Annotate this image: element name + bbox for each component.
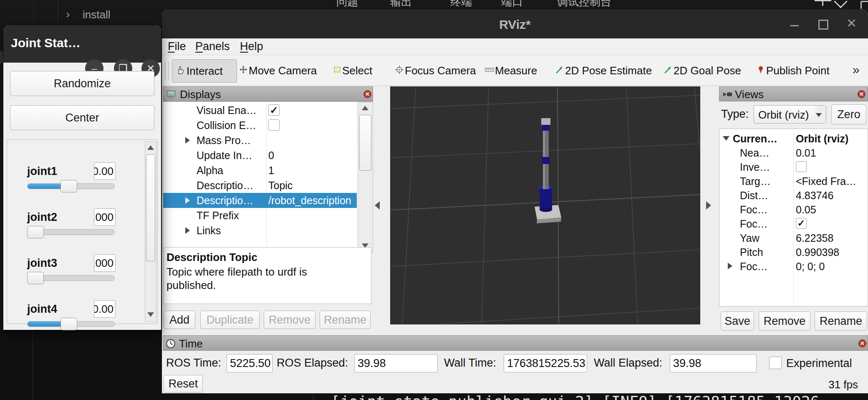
property-checkbox[interactable]	[268, 119, 280, 131]
explorer-item-install[interactable]: install	[83, 8, 110, 21]
center-button[interactable]: Center	[10, 105, 154, 130]
toolbar-overflow-button[interactable]: »	[853, 63, 860, 77]
joint-value-joint4[interactable]: 0.00	[94, 300, 116, 318]
tool-focus-camera-button[interactable]: Focus Camera	[405, 64, 476, 77]
menu-help[interactable]: Help	[240, 40, 263, 53]
property-value[interactable]: 6.22358	[796, 232, 867, 244]
ros-time-input[interactable]: 5225.50	[227, 354, 273, 372]
tool-select-button[interactable]: Select	[342, 64, 372, 77]
view-type-dropdown[interactable]: Orbit (rviz)	[754, 105, 826, 124]
joint-value-joint1[interactable]: 0.00	[94, 162, 116, 180]
joint-value-joint3[interactable]: 0.000	[94, 254, 116, 272]
tool-move-camera-button[interactable]: Move Camera	[249, 64, 317, 77]
menu-panels[interactable]: Panels	[195, 40, 230, 53]
ros-elapsed-input[interactable]: 39.98	[354, 354, 438, 372]
wall-elapsed-input[interactable]: 39.98	[670, 354, 757, 372]
expander-closed-icon[interactable]	[185, 197, 190, 204]
property-checkbox[interactable]	[796, 161, 807, 172]
slider-handle-joint2[interactable]	[27, 226, 44, 238]
reset-button[interactable]: Reset	[164, 375, 203, 392]
property-value[interactable]: 0; 0; 0	[796, 261, 867, 273]
expander-closed-icon[interactable]	[185, 137, 190, 144]
menu-file[interactable]: File	[168, 40, 186, 53]
rviz-titlebar[interactable]: RViz* ✕	[162, 9, 868, 38]
jsw-scrollbar[interactable]	[145, 142, 156, 322]
3d-viewport[interactable]	[390, 86, 700, 324]
tree-row[interactable]: Foc…✓	[719, 217, 868, 231]
scroll-down-icon[interactable]	[147, 312, 154, 317]
displays-scrollbar[interactable]	[358, 102, 373, 252]
time-panel-header[interactable]: Time ✕	[163, 335, 868, 351]
add-button[interactable]: Add	[164, 311, 195, 329]
property-value[interactable]: 0	[268, 149, 356, 162]
vscode-tab-1[interactable]: 问题	[336, 0, 358, 6]
panel-close-icon[interactable]: ✕	[363, 90, 371, 98]
close-button[interactable]: ✕	[846, 16, 857, 30]
save-view-button[interactable]: Save	[721, 311, 754, 331]
tree-row[interactable]: Collision E…	[163, 118, 357, 133]
property-value[interactable]: 1	[268, 165, 356, 177]
tree-expand-chevron[interactable]: ›	[66, 8, 70, 21]
tree-row[interactable]: TF Prefix	[163, 208, 357, 223]
vscode-tab-3[interactable]: 终端	[450, 0, 472, 6]
joint-value-joint2[interactable]: 0.000	[94, 208, 116, 226]
property-value[interactable]: /robot_description	[268, 195, 356, 207]
vscode-tab-5[interactable]: 调试控制台	[557, 0, 611, 6]
displays-panel-header[interactable]: Displays ✕	[163, 86, 373, 101]
tool-publish-point-button[interactable]: Publish Point	[766, 64, 830, 77]
tree-row[interactable]: Curren…Orbit (rviz)	[719, 132, 868, 146]
expander-closed-icon[interactable]	[185, 227, 190, 234]
panel-close-icon[interactable]: ✕	[858, 339, 866, 347]
slider-handle-joint3[interactable]	[27, 272, 44, 284]
property-checkbox[interactable]: ✓	[796, 218, 807, 229]
expander-closed-icon[interactable]	[728, 263, 732, 269]
tree-row[interactable]: Inve…	[719, 160, 868, 174]
tree-row[interactable]: Yaw6.22358	[719, 231, 868, 245]
rename-view-button[interactable]: Rename	[815, 311, 867, 331]
tree-row[interactable]: Foc…0.05	[719, 203, 868, 217]
remove-view-button[interactable]: Remove	[759, 311, 810, 331]
tool-2d-pose-estimate-button[interactable]: 2D Pose Estimate	[565, 64, 652, 77]
expander-open-icon[interactable]	[723, 136, 729, 141]
vscode-tab-4[interactable]: 端口	[501, 0, 523, 6]
property-value[interactable]: <Fixed Fra…	[796, 175, 867, 187]
property-value[interactable]: 0.01	[796, 147, 867, 159]
wall-time-input[interactable]: 1763815225.53	[504, 354, 587, 372]
maximize-button[interactable]	[818, 20, 828, 30]
tree-row[interactable]: Pitch0.990398	[719, 245, 868, 259]
tree-row[interactable]: Descriptio…/robot_description	[163, 193, 357, 208]
new-terminal-plus-icon[interactable]	[822, 0, 823, 6]
jsw-titlebar[interactable]: Joint Stat…	[3, 25, 161, 63]
panel-close-icon[interactable]: ✕	[858, 90, 865, 98]
property-value[interactable]: 0.05	[796, 204, 867, 216]
tree-row[interactable]: Descriptio…Topic	[163, 178, 357, 193]
tool-2d-goal-pose-button[interactable]: 2D Goal Pose	[674, 64, 741, 77]
minimize-button[interactable]	[790, 25, 799, 26]
tree-row[interactable]: Nea…0.01	[719, 146, 868, 160]
experimental-checkbox[interactable]	[769, 357, 782, 369]
scrollbar-thumb[interactable]	[146, 154, 155, 261]
tree-row[interactable]: Alpha1	[163, 163, 357, 178]
property-value[interactable]: 4.83746	[796, 190, 867, 202]
tree-row[interactable]: Visual Ena…✓	[163, 103, 357, 118]
property-value[interactable]: Orbit (rviz)	[796, 133, 867, 145]
collapse-right-icon[interactable]	[706, 201, 711, 210]
property-value[interactable]: 0.990398	[796, 246, 867, 258]
tool-measure-button[interactable]: Measure	[495, 64, 537, 77]
slider-handle-joint4[interactable]	[61, 318, 77, 330]
tree-row[interactable]: Foc…0; 0; 0	[719, 259, 868, 273]
zero-button[interactable]: Zero	[831, 104, 866, 124]
scroll-up-icon[interactable]	[362, 106, 368, 110]
property-value[interactable]: Topic	[268, 180, 356, 192]
scrollbar-thumb[interactable]	[359, 115, 371, 171]
collapse-left-icon[interactable]	[375, 201, 380, 210]
tool-interact-button[interactable]: Interact	[172, 59, 237, 83]
property-checkbox[interactable]: ✓	[268, 104, 280, 116]
slider-handle-joint1[interactable]	[61, 180, 77, 192]
tree-row[interactable]: Links	[163, 223, 357, 238]
views-panel-header[interactable]: Views ✕	[719, 86, 868, 101]
tree-row[interactable]: Dist…4.83746	[719, 188, 868, 203]
randomize-button[interactable]: Randomize	[10, 71, 154, 96]
tree-row[interactable]: Mass Pro…	[163, 133, 357, 148]
tree-row[interactable]: Update In…0	[163, 148, 357, 163]
